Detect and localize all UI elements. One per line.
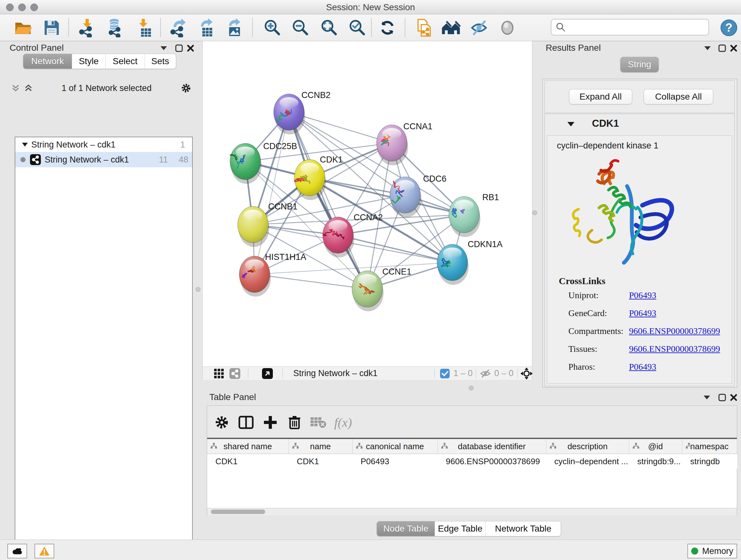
show-all-networks-button[interactable] xyxy=(441,17,461,38)
network-options-gear-icon[interactable] xyxy=(181,83,192,94)
column-header-namespac[interactable]: namespac xyxy=(682,439,737,454)
tab-sets[interactable]: Sets xyxy=(145,54,176,69)
selected-checkbox-icon[interactable] xyxy=(440,369,450,378)
control-panel-close-button[interactable] xyxy=(186,44,195,53)
crosslink-value[interactable]: P06493 xyxy=(629,308,657,326)
network-node-hist1h1a[interactable]: HIST1H1A xyxy=(239,252,307,297)
collapse-all-icon[interactable] xyxy=(11,84,20,92)
column-header-canonical-name[interactable]: canonical name xyxy=(352,439,437,454)
cloud-button[interactable] xyxy=(7,544,27,558)
show-columns-button[interactable] xyxy=(237,413,256,432)
warnings-button[interactable] xyxy=(35,544,54,558)
tab-node-table[interactable]: Node Table xyxy=(377,521,435,536)
network-node-ccna1[interactable]: CCNA1 xyxy=(377,122,432,165)
help-button[interactable]: ? xyxy=(719,17,739,38)
column-header-description[interactable]: description xyxy=(546,439,629,454)
right-splitter-handle[interactable] xyxy=(532,210,537,215)
crosslink-value[interactable]: 9606.ENSP00000378699 xyxy=(629,326,720,344)
table-cell[interactable]: 9606.ENSP00000378699 xyxy=(437,454,546,469)
table-panel-menu-button[interactable] xyxy=(702,393,712,402)
column-header--id[interactable]: @id xyxy=(629,439,682,454)
network-edge[interactable] xyxy=(289,112,367,289)
hide-selected-button[interactable] xyxy=(469,17,489,38)
open-in-window-icon[interactable] xyxy=(262,368,273,379)
crosslink-row: Uniprot: P06493 xyxy=(568,290,728,308)
left-splitter-handle[interactable] xyxy=(196,287,200,292)
results-panel-close-button[interactable] xyxy=(729,44,738,53)
network-edge[interactable] xyxy=(255,274,367,289)
network-node-rb1[interactable]: RB1 xyxy=(449,192,499,237)
network-edge[interactable] xyxy=(338,235,452,262)
tab-network-table[interactable]: Network Table xyxy=(486,521,561,536)
column-header-shared-name[interactable]: shared name xyxy=(207,439,288,454)
zoom-in-button[interactable] xyxy=(262,17,283,38)
scrollbar-thumb[interactable] xyxy=(211,509,265,514)
column-header-name[interactable]: name xyxy=(288,439,352,454)
apply-layout-button[interactable] xyxy=(377,17,398,38)
tab-string[interactable]: String xyxy=(620,57,659,72)
table-panel-float-button[interactable] xyxy=(718,393,727,402)
fit-content-crosshair-icon[interactable] xyxy=(521,368,533,380)
crosslink-value[interactable]: P06493 xyxy=(629,362,657,380)
section-collapse-icon[interactable] xyxy=(567,122,575,127)
import-network-button[interactable] xyxy=(77,17,97,38)
table-cell[interactable]: P06493 xyxy=(352,454,437,469)
tab-edge-table[interactable]: Edge Table xyxy=(435,521,485,536)
expand-all-button[interactable]: Expand All xyxy=(569,89,632,105)
memory-button[interactable]: Memory xyxy=(687,544,737,558)
export-table-button[interactable] xyxy=(196,17,216,38)
search-input[interactable] xyxy=(566,22,709,33)
network-view-panel[interactable]: CCNB2CCNA1CDC25BCDK1CDC6RB1CCNB1CCNA2CDK… xyxy=(202,41,532,380)
save-session-button[interactable] xyxy=(42,17,62,38)
table-cell[interactable]: cyclin–dependent ... xyxy=(546,454,629,469)
open-session-button[interactable] xyxy=(13,17,33,38)
network-node-cdc6[interactable]: CDC6 xyxy=(390,174,447,217)
table-panel-close-button[interactable] xyxy=(729,393,738,402)
zoom-fit-button[interactable] xyxy=(319,17,340,38)
network-collection-row[interactable]: String Network – cdk1 1 xyxy=(15,137,192,152)
table-options-button[interactable] xyxy=(212,413,231,432)
expand-all-icon[interactable] xyxy=(24,84,32,92)
network-node-cdkn1a[interactable]: CDKN1A xyxy=(437,240,502,285)
table-cell[interactable]: CDK1 xyxy=(288,454,352,469)
network-graph[interactable]: CCNB2CCNA1CDC25BCDK1CDC6RB1CCNB1CCNA2CDK… xyxy=(203,41,532,367)
table-toolbar: f(x) xyxy=(207,406,737,439)
zoom-out-button[interactable] xyxy=(290,17,311,38)
results-panel-float-button[interactable] xyxy=(718,44,727,53)
zoom-selected-button[interactable] xyxy=(347,17,367,38)
table-cell[interactable]: stringdb xyxy=(682,454,737,469)
crosslink-value[interactable]: 9606.ENSP00000378699 xyxy=(629,344,720,362)
results-panel-menu-button[interactable] xyxy=(703,44,712,53)
import-network-from-database-button[interactable] xyxy=(104,17,125,38)
tab-network[interactable]: Network xyxy=(23,54,72,69)
gear-icon xyxy=(214,415,229,430)
import-table-button[interactable] xyxy=(133,17,154,38)
network-node-ccnb1[interactable]: CCNB1 xyxy=(238,202,297,247)
tree-expander-icon[interactable] xyxy=(22,142,28,147)
grid-view-icon[interactable] xyxy=(214,369,224,378)
add-column-button[interactable] xyxy=(261,413,280,432)
table-cell[interactable]: CDK1 xyxy=(207,454,288,469)
network-row-selected[interactable]: String Network – cdk1 11 48 xyxy=(15,152,192,167)
tab-select[interactable]: Select xyxy=(106,54,145,69)
clone-network-button[interactable] xyxy=(414,17,434,38)
network-edge[interactable] xyxy=(255,112,289,274)
crosslink-value[interactable]: P06493 xyxy=(629,290,657,308)
table-row[interactable]: CDK1CDK1P064939606.ENSP00000378699cyclin… xyxy=(207,454,737,469)
table-cell[interactable]: stringdb:9... xyxy=(629,454,682,469)
horizontal-splitter-handle[interactable] xyxy=(469,386,474,390)
network-node-ccnb2[interactable]: CCNB2 xyxy=(274,90,331,134)
export-image-button[interactable] xyxy=(223,17,244,38)
birdseye-share-icon[interactable] xyxy=(229,368,240,379)
network-node-cdc25b[interactable]: CDC25B xyxy=(230,141,297,184)
control-panel-menu-button[interactable] xyxy=(159,44,169,53)
network-node-ccne1[interactable]: CCNE1 xyxy=(352,267,411,311)
column-header-database-identifier[interactable]: database identifier xyxy=(437,439,546,454)
export-network-button[interactable] xyxy=(169,17,189,38)
delete-column-button[interactable] xyxy=(285,413,304,432)
table-horizontal-scrollbar[interactable] xyxy=(207,508,737,515)
control-panel-float-button[interactable] xyxy=(174,44,184,53)
collapse-all-button[interactable]: Collapse All xyxy=(644,89,713,105)
tab-style[interactable]: Style xyxy=(72,54,106,69)
show-hidden-button[interactable] xyxy=(497,17,518,38)
